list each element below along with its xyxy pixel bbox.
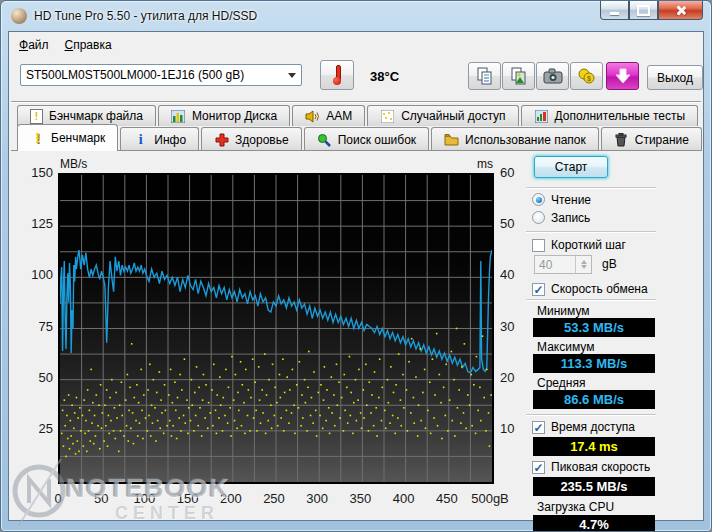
start-button[interactable]: Старт xyxy=(534,156,608,178)
thermometer-icon xyxy=(333,65,341,85)
coins-icon: $ xyxy=(578,67,596,85)
cpu-label: Загрузка CPU xyxy=(537,500,614,514)
min-label: Минимум xyxy=(537,304,590,318)
access-time-label: Время доступа xyxy=(551,420,635,434)
tab-label: Использование папок xyxy=(465,133,586,147)
short-stride-checkbox[interactable] xyxy=(532,239,545,252)
trash-icon xyxy=(614,132,629,147)
separator xyxy=(526,414,656,416)
health-cross-icon xyxy=(214,132,229,147)
caption-buttons xyxy=(600,1,703,21)
tab-erase[interactable]: Стирание xyxy=(601,127,702,151)
speaker-icon xyxy=(305,109,320,124)
minimize-icon xyxy=(610,12,619,15)
tab-random-access[interactable]: Случайный доступ xyxy=(367,105,518,126)
min-value-display: 53.3 MB/s xyxy=(533,318,655,337)
burst-display: 235.5 MB/s xyxy=(533,477,655,496)
menu-help[interactable]: Справка xyxy=(57,35,120,55)
access-time-checkbox[interactable]: ✓ xyxy=(532,421,545,434)
tab-label: Стирание xyxy=(635,133,689,147)
download-arrow-icon xyxy=(615,68,631,84)
tab-label: Здоровье xyxy=(235,133,289,147)
tab-label: Бэнчмарк файла xyxy=(49,109,143,123)
tab-extra-tests[interactable]: Дополнительные тесты xyxy=(521,105,698,126)
random-dots-icon xyxy=(380,109,395,124)
tab-info[interactable]: i Инфо xyxy=(120,127,199,151)
tab-row-secondary: ! Бэнчмарк файла Монитор Диска AAM Случ xyxy=(17,105,701,126)
read-label: Чтение xyxy=(551,193,591,207)
copy-text-button[interactable] xyxy=(468,62,501,90)
tab-file-benchmark[interactable]: ! Бэнчмарк файла xyxy=(17,105,156,126)
stride-unit-label: gB xyxy=(602,257,617,271)
tab-label: AAM xyxy=(326,109,352,123)
avg-value-display: 86.6 MB/s xyxy=(533,390,655,409)
tab-label: Инфо xyxy=(154,133,186,147)
menu-bar: Файл Справка xyxy=(11,34,701,56)
transfer-label: Скорость обмена xyxy=(551,282,648,296)
drive-select-value: ST500LM0ST500LM000-1EJ16 (500 gB) xyxy=(26,68,244,82)
short-stride-label: Короткий шаг xyxy=(551,238,626,252)
info-icon: i xyxy=(133,132,148,147)
close-button[interactable] xyxy=(658,1,703,20)
title-bar[interactable]: HD Tune Pro 5.50 - утилита для HD/SSD xyxy=(1,1,711,31)
tab-benchmark[interactable]: ! Бенчмарк xyxy=(17,124,118,151)
tab-label: Бенчмарк xyxy=(51,131,105,145)
write-radio[interactable] xyxy=(532,211,545,224)
tab-folder-usage[interactable]: Использование папок xyxy=(431,127,599,151)
minimize-button[interactable] xyxy=(600,1,629,20)
toolbar-separator xyxy=(11,101,701,103)
save-results-button[interactable] xyxy=(606,62,639,90)
file-benchmark-icon: ! xyxy=(30,109,43,124)
folder-icon xyxy=(444,132,459,147)
extra-tests-icon xyxy=(534,109,549,124)
copy-image-button[interactable] xyxy=(502,62,535,90)
separator xyxy=(526,231,656,233)
tab-label: Случайный доступ xyxy=(401,109,505,123)
access-time-display: 17.4 ms xyxy=(533,437,655,456)
read-radio[interactable] xyxy=(532,193,545,206)
burst-label: Пиковая скорость xyxy=(551,460,650,474)
disk-monitor-icon xyxy=(171,109,186,124)
cpu-display: 4.7% xyxy=(533,515,655,532)
maximize-button[interactable] xyxy=(629,1,658,20)
drive-select[interactable]: ST500LM0ST500LM000-1EJ16 (500 gB) xyxy=(20,64,302,86)
svg-text:$: $ xyxy=(587,75,591,83)
chevron-down-icon xyxy=(283,65,301,85)
menu-file[interactable]: Файл xyxy=(11,35,57,55)
exclamation-icon: ! xyxy=(30,131,45,146)
tab-label: Дополнительные тесты xyxy=(555,109,685,123)
magnifier-icon xyxy=(317,132,332,147)
tab-label: Монитор Диска xyxy=(192,109,277,123)
temperature-button[interactable] xyxy=(320,60,354,90)
exit-button[interactable]: Выход xyxy=(647,65,703,90)
tab-error-scan[interactable]: Поиск ошибок xyxy=(304,127,429,151)
avg-label: Средняя xyxy=(537,376,585,390)
copy-text-icon xyxy=(476,67,494,85)
hdtune-window: HD Tune Pro 5.50 - утилита для HD/SSD Фа… xyxy=(0,0,712,532)
write-label: Запись xyxy=(551,211,590,225)
tab-disk-monitor[interactable]: Монитор Диска xyxy=(158,105,290,126)
camera-icon xyxy=(543,68,563,84)
separator xyxy=(526,299,656,301)
temperature-value: 38°C xyxy=(370,69,399,84)
stride-spinner[interactable]: 40 xyxy=(534,255,592,274)
tab-row-primary: ! Бенчмарк i Инфо Здоровье Поиск ошибок xyxy=(17,126,701,151)
separator xyxy=(526,187,656,189)
screenshot-button[interactable] xyxy=(536,62,569,90)
max-value-display: 113.3 MB/s xyxy=(533,354,655,373)
stride-value: 40 xyxy=(539,258,552,272)
maximize-icon xyxy=(637,5,650,16)
max-label: Максимум xyxy=(537,340,594,354)
transfer-checkbox[interactable]: ✓ xyxy=(532,283,545,296)
window-title: HD Tune Pro 5.50 - утилита для HD/SSD xyxy=(34,9,257,23)
burst-checkbox[interactable]: ✓ xyxy=(532,461,545,474)
spinner-arrows[interactable] xyxy=(575,256,591,273)
tab-health[interactable]: Здоровье xyxy=(201,127,302,151)
tab-aam[interactable]: AAM xyxy=(292,105,365,126)
copy-image-icon xyxy=(510,67,528,85)
tab-label: Поиск ошибок xyxy=(338,133,416,147)
coins-button[interactable]: $ xyxy=(570,62,603,90)
app-icon xyxy=(11,8,27,24)
benchmark-controls: Старт Чтение Запись Короткий шаг 40 gB ✓… xyxy=(526,151,706,517)
close-icon xyxy=(675,5,686,16)
